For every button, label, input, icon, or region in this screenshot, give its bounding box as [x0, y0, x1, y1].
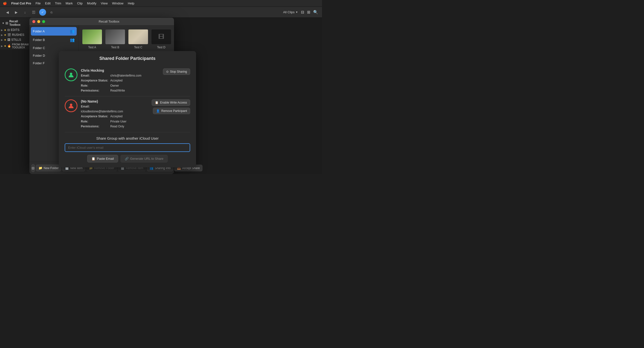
participant-row-1: Chris Hocking Email:chris@latenitefilms.…	[65, 66, 190, 96]
folder-b-item[interactable]: Folder B 👥	[30, 36, 78, 44]
menu-file[interactable]: File	[36, 2, 41, 5]
thumb-b	[105, 30, 125, 44]
close-button[interactable]	[32, 20, 35, 23]
sidebar-item-braw[interactable]: ▶ ★ 🔥 FROM BRAW TOOLBOX	[0, 42, 32, 50]
star-icon: ★	[4, 33, 6, 37]
back-button[interactable]: ◀	[4, 9, 11, 16]
apple-menu[interactable]: 🍎	[3, 2, 7, 5]
participant-name-1: Chris Hocking	[81, 68, 160, 72]
participant-info-2: (No Name) Email:icloudtestone@latenitefi…	[81, 99, 148, 129]
generate-url-button[interactable]: 🔗 Generate URL to Share	[120, 155, 168, 162]
star-icon: ★	[4, 38, 6, 42]
key-button[interactable]: ⚿	[30, 9, 37, 16]
menu-edit[interactable]: Edit	[45, 2, 50, 5]
collapse-icon[interactable]: ▼	[2, 22, 4, 25]
menu-window[interactable]: Window	[112, 2, 123, 5]
menu-modify[interactable]: Modify	[87, 2, 96, 5]
participant-avatar-2	[65, 99, 78, 112]
sidebar-title: Recall Toolbox	[9, 20, 30, 27]
braw-icon: 🔥	[7, 44, 11, 48]
expand-icon: ▶	[1, 39, 3, 41]
forward-button[interactable]: ▶	[13, 9, 20, 16]
media-label-a: Test A	[88, 46, 96, 49]
braw-label: FROM BRAW TOOLBOX	[12, 43, 30, 49]
menu-view[interactable]: View	[101, 2, 108, 5]
sidebar: ▼ ⊞ Recall Toolbox ▶ ★ ⊟ EDITS ▶ ★ 🎬 RUS…	[0, 18, 32, 50]
search-icon[interactable]: 🔍	[313, 10, 318, 15]
paste-email-button[interactable]: 📋 Paste Email	[87, 155, 118, 162]
media-label-d: Test D	[157, 46, 166, 49]
sidebar-item-rushes[interactable]: ▶ ★ 🎬 RUSHES	[0, 32, 32, 37]
zoom-button[interactable]	[42, 20, 45, 23]
media-item-a[interactable]: Test A	[82, 30, 102, 49]
folder-a-item[interactable]: Folder A 👥	[31, 27, 77, 36]
star-icon: ★	[4, 29, 6, 32]
folder-c-item[interactable]: Folder C	[30, 44, 78, 52]
svg-point-0	[70, 73, 72, 75]
share-section-title: Share Group with another iCloud User	[65, 136, 190, 140]
expand-icon: ▶	[1, 29, 3, 31]
view-toggle-icon[interactable]: ⊟	[301, 10, 304, 15]
remove-participant-icon: 👤	[156, 109, 160, 113]
write-access-icon: 📋	[155, 101, 158, 104]
folder-d-label: Folder D	[33, 54, 45, 57]
share-buttons: 📋 Paste Email 🔗 Generate URL to Share	[65, 155, 190, 162]
paste-icon: 📋	[92, 157, 95, 160]
grid-view-icon[interactable]: ⊞	[307, 10, 310, 15]
generate-url-icon: 🔗	[125, 157, 129, 160]
expand-icon: ▶	[1, 45, 3, 47]
folder-b-share-icon: 👥	[70, 38, 75, 42]
remove-participant-button[interactable]: 👤 Remove Participant	[153, 108, 190, 114]
grid-icon: ⊞	[6, 21, 8, 25]
menu-mark[interactable]: Mark	[66, 2, 73, 5]
participant-name-2: (No Name)	[81, 99, 148, 103]
rushes-label: RUSHES	[12, 33, 24, 37]
download-button[interactable]: ↓	[22, 9, 28, 16]
media-item-c[interactable]: Test C	[128, 30, 148, 49]
svg-point-1	[70, 104, 72, 106]
main-layout: ▼ ⊞ Recall Toolbox ▶ ★ ⊟ EDITS ▶ ★ 🎬 RUS…	[0, 18, 322, 174]
participant-row-2: (No Name) Email:icloudtestone@latenitefi…	[65, 96, 190, 132]
window-title: Recall Toolbox	[47, 20, 171, 23]
menu-help[interactable]: Help	[128, 2, 134, 5]
participant-details-1: Email:chris@latenitefilms.com Acceptance…	[81, 73, 160, 93]
stop-sharing-button[interactable]: ⊙ Stop Sharing	[163, 68, 190, 75]
folder-a-label: Folder A	[33, 30, 44, 33]
new-folder-button[interactable]: 📁 New Folder	[36, 165, 61, 171]
menu-trim[interactable]: Trim	[55, 2, 61, 5]
sidebar-item-edits[interactable]: ▶ ★ ⊟ EDITS	[0, 28, 32, 32]
toolbar: ◀ ▶ ↓ ⚿ ✓ ⎋ All Clips ▼ ⊟ ⊞ 🔍	[0, 7, 322, 18]
toolbar-right: All Clips ▼ ⊟ ⊞ 🔍	[283, 10, 318, 15]
participant-actions-2: 📋 Enable Write Access 👤 Remove Participa…	[152, 99, 190, 114]
media-label-b: Test B	[111, 46, 119, 49]
participants-title: Shared Folder Participants	[65, 56, 190, 61]
stop-sharing-icon: ⊙	[166, 70, 168, 73]
participant-details-2: Email:icloudtestone@latenitefilms.com Ac…	[81, 104, 148, 129]
share-section: Share Group with another iCloud User 📋 P…	[65, 136, 190, 162]
sidebar-item-stills[interactable]: ▶ ★ 🖼 STILLS	[0, 37, 32, 42]
check-button[interactable]: ✓	[39, 9, 46, 16]
media-item-d[interactable]: 🎞 Test D	[152, 30, 171, 49]
all-clips-label[interactable]: All Clips ▼	[283, 10, 298, 14]
stills-label: STILLS	[11, 38, 21, 42]
window-titlebar: Recall Toolbox	[30, 18, 174, 26]
folder-b-label: Folder B	[33, 38, 45, 42]
thumb-a	[82, 30, 102, 44]
participants-panel: Shared Folder Participants Chris Hocking…	[59, 51, 196, 167]
share-button[interactable]: ⎋	[48, 9, 55, 16]
media-label-c: Test C	[134, 46, 142, 49]
app-name: Final Cut Pro	[11, 2, 31, 5]
folder-c-label: Folder C	[33, 46, 45, 50]
participant-info-1: Chris Hocking Email:chris@latenitefilms.…	[81, 68, 160, 93]
participant-avatar-1	[65, 68, 78, 81]
media-item-b[interactable]: Test B	[105, 30, 125, 49]
new-folder-icon: 📁	[38, 166, 42, 170]
thumb-d: 🎞	[152, 30, 171, 44]
email-input[interactable]	[65, 143, 190, 152]
enable-write-access-button[interactable]: 📋 Enable Write Access	[152, 99, 190, 106]
sidebar-toggle-button[interactable]: ⊟	[31, 164, 35, 172]
menu-clip[interactable]: Clip	[77, 2, 82, 5]
minimize-button[interactable]	[37, 20, 40, 23]
sidebar-header: ▼ ⊞ Recall Toolbox	[0, 19, 32, 28]
folder-f-label: Folder F	[33, 61, 44, 65]
